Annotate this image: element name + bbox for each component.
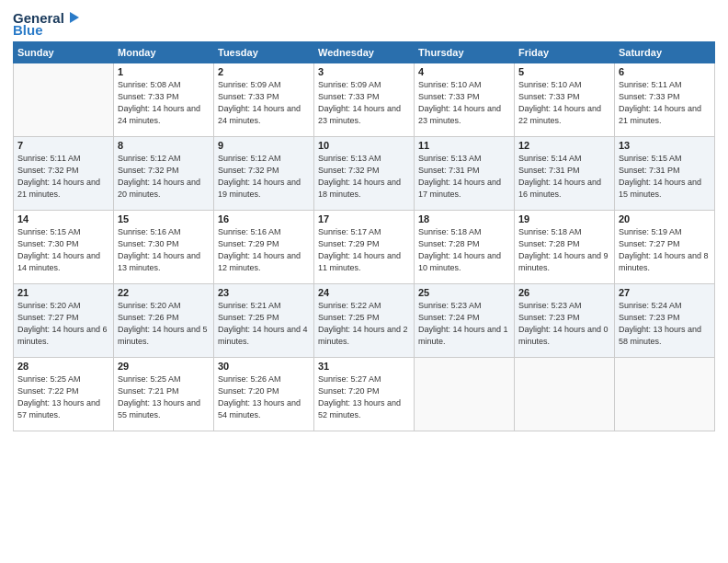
week-row-3: 14Sunrise: 5:15 AMSunset: 7:30 PMDayligh… [14,211,715,284]
calendar-cell: 18Sunrise: 5:18 AMSunset: 7:28 PMDayligh… [415,211,515,284]
calendar-container: General Blue SundayMondayTuesdayWednesda… [0,0,728,439]
day-info: Sunrise: 5:19 AMSunset: 7:27 PMDaylight:… [619,226,711,274]
calendar-cell: 11Sunrise: 5:13 AMSunset: 7:31 PMDayligh… [415,137,515,211]
day-number: 17 [318,213,410,224]
day-info: Sunrise: 5:08 AMSunset: 7:33 PMDaylight:… [118,79,210,127]
day-info: Sunrise: 5:14 AMSunset: 7:31 PMDaylight:… [518,153,610,201]
calendar-cell: 3Sunrise: 5:09 AMSunset: 7:33 PMDaylight… [314,63,415,137]
day-number: 9 [218,140,310,151]
day-info: Sunrise: 5:09 AMSunset: 7:33 PMDaylight:… [218,79,310,127]
calendar-cell: 5Sunrise: 5:10 AMSunset: 7:33 PMDaylight… [515,63,615,137]
day-number: 3 [318,66,410,77]
day-info: Sunrise: 5:10 AMSunset: 7:33 PMDaylight:… [418,79,510,127]
weekday-header-monday: Monday [114,42,214,63]
day-number: 6 [619,66,711,77]
day-number: 4 [418,66,510,77]
day-number: 31 [318,361,410,372]
calendar-cell: 29Sunrise: 5:25 AMSunset: 7:21 PMDayligh… [114,358,214,431]
calendar-cell: 25Sunrise: 5:23 AMSunset: 7:24 PMDayligh… [415,284,515,358]
day-number: 12 [518,140,610,151]
day-number: 5 [518,66,610,77]
day-number: 14 [17,213,109,224]
day-number: 10 [318,140,410,151]
day-number: 26 [518,287,610,298]
calendar-cell [615,358,715,431]
day-info: Sunrise: 5:27 AMSunset: 7:20 PMDaylight:… [318,373,410,421]
day-info: Sunrise: 5:20 AMSunset: 7:27 PMDaylight:… [17,300,109,348]
calendar-cell [14,63,114,137]
day-info: Sunrise: 5:16 AMSunset: 7:29 PMDaylight:… [218,226,310,274]
calendar-cell: 28Sunrise: 5:25 AMSunset: 7:22 PMDayligh… [14,358,114,431]
week-row-5: 28Sunrise: 5:25 AMSunset: 7:22 PMDayligh… [14,358,715,431]
calendar-cell: 15Sunrise: 5:16 AMSunset: 7:30 PMDayligh… [114,211,214,284]
weekday-header-wednesday: Wednesday [314,42,415,63]
calendar-cell: 7Sunrise: 5:11 AMSunset: 7:32 PMDaylight… [14,137,114,211]
day-number: 24 [318,287,410,298]
calendar-cell: 8Sunrise: 5:12 AMSunset: 7:32 PMDaylight… [114,137,214,211]
day-info: Sunrise: 5:13 AMSunset: 7:31 PMDaylight:… [418,153,510,201]
calendar-cell: 6Sunrise: 5:11 AMSunset: 7:33 PMDaylight… [615,63,715,137]
day-number: 13 [619,140,711,151]
calendar-cell: 24Sunrise: 5:22 AMSunset: 7:25 PMDayligh… [314,284,415,358]
day-number: 11 [418,140,510,151]
day-number: 20 [619,213,711,224]
day-info: Sunrise: 5:12 AMSunset: 7:32 PMDaylight:… [218,153,310,201]
day-info: Sunrise: 5:12 AMSunset: 7:32 PMDaylight:… [118,153,210,201]
day-number: 30 [218,361,310,372]
calendar-cell [415,358,515,431]
day-info: Sunrise: 5:16 AMSunset: 7:30 PMDaylight:… [118,226,210,274]
day-info: Sunrise: 5:26 AMSunset: 7:20 PMDaylight:… [218,373,310,421]
day-number: 8 [118,140,210,151]
calendar-cell: 1Sunrise: 5:08 AMSunset: 7:33 PMDaylight… [114,63,214,137]
calendar-cell: 2Sunrise: 5:09 AMSunset: 7:33 PMDaylight… [214,63,314,137]
logo: General Blue [13,9,83,38]
day-info: Sunrise: 5:24 AMSunset: 7:23 PMDaylight:… [619,300,711,348]
day-number: 2 [218,66,310,77]
day-info: Sunrise: 5:18 AMSunset: 7:28 PMDaylight:… [418,226,510,274]
weekday-header-thursday: Thursday [415,42,515,63]
weekday-header-tuesday: Tuesday [214,42,314,63]
calendar-cell: 16Sunrise: 5:16 AMSunset: 7:29 PMDayligh… [214,211,314,284]
calendar-cell: 19Sunrise: 5:18 AMSunset: 7:28 PMDayligh… [515,211,615,284]
day-info: Sunrise: 5:20 AMSunset: 7:26 PMDaylight:… [118,300,210,348]
svg-marker-0 [70,12,79,23]
logo-chevron-icon [66,9,83,26]
day-info: Sunrise: 5:11 AMSunset: 7:33 PMDaylight:… [619,79,711,127]
day-number: 27 [619,287,711,298]
day-number: 7 [17,140,109,151]
calendar-cell: 12Sunrise: 5:14 AMSunset: 7:31 PMDayligh… [515,137,615,211]
calendar-cell: 27Sunrise: 5:24 AMSunset: 7:23 PMDayligh… [615,284,715,358]
day-info: Sunrise: 5:25 AMSunset: 7:22 PMDaylight:… [17,373,109,421]
day-info: Sunrise: 5:13 AMSunset: 7:32 PMDaylight:… [318,153,410,201]
calendar-table: SundayMondayTuesdayWednesdayThursdayFrid… [13,41,715,431]
calendar-cell: 23Sunrise: 5:21 AMSunset: 7:25 PMDayligh… [214,284,314,358]
day-info: Sunrise: 5:11 AMSunset: 7:32 PMDaylight:… [17,153,109,201]
calendar-cell [515,358,615,431]
calendar-cell: 4Sunrise: 5:10 AMSunset: 7:33 PMDaylight… [415,63,515,137]
day-info: Sunrise: 5:25 AMSunset: 7:21 PMDaylight:… [118,373,210,421]
day-info: Sunrise: 5:15 AMSunset: 7:30 PMDaylight:… [17,226,109,274]
day-info: Sunrise: 5:22 AMSunset: 7:25 PMDaylight:… [318,300,410,348]
day-info: Sunrise: 5:09 AMSunset: 7:33 PMDaylight:… [318,79,410,127]
weekday-header-friday: Friday [515,42,615,63]
week-row-2: 7Sunrise: 5:11 AMSunset: 7:32 PMDaylight… [14,137,715,211]
day-number: 15 [118,213,210,224]
calendar-cell: 13Sunrise: 5:15 AMSunset: 7:31 PMDayligh… [615,137,715,211]
day-info: Sunrise: 5:23 AMSunset: 7:24 PMDaylight:… [418,300,510,348]
day-number: 19 [518,213,610,224]
day-number: 21 [17,287,109,298]
day-number: 25 [418,287,510,298]
day-number: 1 [118,66,210,77]
weekday-header-saturday: Saturday [615,42,715,63]
day-number: 18 [418,213,510,224]
day-info: Sunrise: 5:10 AMSunset: 7:33 PMDaylight:… [518,79,610,127]
calendar-cell: 31Sunrise: 5:27 AMSunset: 7:20 PMDayligh… [314,358,415,431]
week-row-1: 1Sunrise: 5:08 AMSunset: 7:33 PMDaylight… [14,63,715,137]
calendar-cell: 26Sunrise: 5:23 AMSunset: 7:23 PMDayligh… [515,284,615,358]
calendar-cell: 14Sunrise: 5:15 AMSunset: 7:30 PMDayligh… [14,211,114,284]
week-row-4: 21Sunrise: 5:20 AMSunset: 7:27 PMDayligh… [14,284,715,358]
weekday-header-row: SundayMondayTuesdayWednesdayThursdayFrid… [14,42,715,63]
day-number: 22 [118,287,210,298]
day-info: Sunrise: 5:15 AMSunset: 7:31 PMDaylight:… [619,153,711,201]
day-info: Sunrise: 5:23 AMSunset: 7:23 PMDaylight:… [518,300,610,348]
